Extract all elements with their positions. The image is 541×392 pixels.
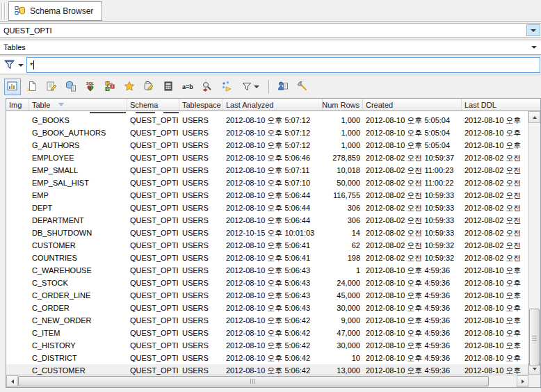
- table-row[interactable]: C_ORDER_LINEQUEST_OPTIUSERS2012-08-10 오후…: [6, 289, 528, 302]
- cell-num_rows: 30,000: [323, 339, 363, 352]
- text-caret: [33, 60, 34, 70]
- column-header-last_analyzed[interactable]: Last Analyzed: [223, 99, 323, 111]
- schema-combobox[interactable]: QUEST_OPTI: [0, 23, 541, 38]
- create-like-button[interactable]: [63, 79, 79, 95]
- vertical-scroll-track[interactable]: [528, 123, 540, 363]
- column-header-label: Tablespace: [182, 101, 221, 109]
- cell-img: [6, 264, 29, 277]
- cell-tablespace: USERS: [179, 364, 223, 375]
- cell-tablespace: USERS: [179, 327, 223, 339]
- table-row[interactable]: C_ORDERQUEST_OPTIUSERS2012-08-10 오후 5:06…: [6, 302, 528, 314]
- describe-button[interactable]: [275, 79, 291, 95]
- report-view-button[interactable]: [4, 79, 21, 95]
- privileges-button[interactable]: [121, 79, 138, 95]
- scroll-right-button[interactable]: [517, 375, 528, 387]
- chevron-down-icon: [18, 64, 24, 67]
- table-row[interactable]: EMPLOYEEQUEST_OPTIUSERS2012-08-10 오후 5:0…: [6, 152, 528, 164]
- table-row[interactable]: EMPQUEST_OPTIUSERS2012-08-10 오후 5:06:441…: [6, 189, 528, 202]
- rebuild-button[interactable]: 1 2 3: [102, 79, 118, 95]
- table-row[interactable]: C_ITEMQUEST_OPTIUSERS2012-08-10 오후 5:06:…: [6, 327, 528, 339]
- cell-created: 2012-08-02 오전 11:00:22: [363, 177, 462, 189]
- table-row[interactable]: C_HISTORYQUEST_OPTIUSERS2012-08-10 오후 5:…: [6, 339, 528, 352]
- count-rows-button[interactable]: [160, 79, 177, 95]
- cell-num_rows: 10,018: [323, 164, 363, 177]
- cell-img: [6, 164, 29, 177]
- column-header-schema[interactable]: Schema: [127, 99, 179, 111]
- cell-table: C_STOCK: [29, 277, 127, 289]
- filter-bar: *: [0, 56, 541, 74]
- cell-tablespace: USERS: [179, 139, 223, 152]
- cell-schema: QUEST_OPTI: [127, 302, 179, 314]
- show-sql-button[interactable]: SQL: [82, 79, 99, 95]
- table-row[interactable]: G_BOOKSQUEST_OPTIUSERS2012-08-10 오후 5:07…: [6, 114, 528, 126]
- cell-tablespace: USERS: [179, 164, 223, 177]
- cell-img: [6, 152, 29, 164]
- alter-button[interactable]: [43, 79, 60, 95]
- column-header-tablespace[interactable]: Tablespace: [179, 99, 223, 111]
- cell-created: 2012-08-10 오후 4:59:36: [363, 314, 462, 327]
- schema-combobox-dropdown-button[interactable]: [526, 24, 540, 36]
- object-type-combobox[interactable]: Tables: [0, 40, 541, 55]
- cell-num_rows: 1: [323, 264, 363, 277]
- cell-schema: QUEST_OPTI: [127, 227, 179, 239]
- table-row[interactable]: C_STOCKQUEST_OPTIUSERS2012-08-10 오후 5:06…: [6, 277, 528, 289]
- cell-tablespace: USERS: [179, 177, 223, 189]
- table-row[interactable]: C_WAREHOUSEQUEST_OPTIUSERS2012-08-10 오후 …: [6, 264, 528, 277]
- analyze-tools-icon: [202, 81, 213, 93]
- truncate-button[interactable]: [294, 79, 311, 95]
- toolbar-grip[interactable]: [1, 3, 6, 19]
- vertical-scrollbar[interactable]: [528, 111, 540, 375]
- table-row[interactable]: DEPARTMENTQUEST_OPTIUSERS2012-08-10 오후 5…: [6, 214, 528, 227]
- table-row[interactable]: G_AUTHORSQUEST_OPTIUSERS2012-08-10 오후 5:…: [6, 139, 528, 152]
- cell-last_ddl: 2012-08-10 오후: [462, 277, 528, 289]
- table-row[interactable]: EMP_SMALLQUEST_OPTIUSERS2012-08-10 오후 5:…: [6, 164, 528, 177]
- cell-num_rows: 306: [323, 214, 363, 227]
- create-new-button[interactable]: [24, 79, 40, 95]
- table-row[interactable]: C_NEW_ORDERQUEST_OPTIUSERS2012-08-10 오후 …: [6, 314, 528, 327]
- column-header-last_ddl[interactable]: Last DDL: [462, 99, 540, 111]
- table-row[interactable]: EMP_SAL_HISTQUEST_OPTIUSERS2012-08-10 오후…: [6, 177, 528, 189]
- tab-bar: Schema Browser: [0, 0, 541, 22]
- cell-last_analyzed: 2012-08-10 오후 5:07:12: [223, 114, 323, 126]
- compare-icon: a=b: [182, 83, 193, 90]
- table-row[interactable]: CUSTOMERQUEST_OPTIUSERS2012-08-10 오후 5:0…: [6, 239, 528, 252]
- schema-browser-icon: [15, 5, 26, 17]
- column-header-num_rows[interactable]: Num Rows: [323, 99, 363, 111]
- table-row[interactable]: C_DISTRICTQUEST_OPTIUSERS2012-08-10 오후 5…: [6, 352, 528, 364]
- scrollbar-corner: [528, 375, 540, 387]
- horizontal-scrollbar[interactable]: [6, 375, 528, 387]
- cell-tablespace: USERS: [179, 202, 223, 214]
- filter-menu-button[interactable]: [0, 56, 26, 74]
- filter-button[interactable]: [238, 79, 263, 95]
- vertical-scroll-thumb[interactable]: [529, 309, 540, 366]
- cell-table: G_AUTHORS: [29, 139, 127, 152]
- cell-num_rows: 198: [323, 252, 363, 264]
- cell-last_ddl: 2012-08-10 오후: [462, 114, 528, 126]
- analyze-button[interactable]: [199, 79, 216, 95]
- table-row[interactable]: COUNTRIESQUEST_OPTIUSERS2012-08-10 오후 5:…: [6, 252, 528, 264]
- object-type-dropdown-button[interactable]: [528, 41, 540, 54]
- compare-button[interactable]: a=b: [179, 79, 196, 95]
- table-row[interactable]: DB_SHUTDOWNQUEST_OPTIUSERS2012-10-15 오후 …: [6, 227, 528, 239]
- filter-input[interactable]: *: [26, 57, 540, 73]
- scroll-left-button[interactable]: [6, 375, 18, 387]
- sort-desc-icon: [58, 103, 64, 106]
- column-header-table[interactable]: Table: [29, 99, 127, 111]
- table-row[interactable]: DEPTQUEST_OPTIUSERS2012-08-10 오후 5:06:44…: [6, 202, 528, 214]
- column-header-img[interactable]: Img: [6, 99, 29, 111]
- cell-created: 2012-08-10 오후 5:05:04: [363, 126, 462, 139]
- rename-button[interactable]: [140, 79, 157, 95]
- tab-schema-browser[interactable]: Schema Browser: [8, 1, 102, 21]
- cell-tablespace: USERS: [179, 227, 223, 239]
- horizontal-scroll-track[interactable]: [18, 375, 517, 387]
- horizontal-scroll-thumb[interactable]: [18, 376, 489, 386]
- table-row[interactable]: G_BOOK_AUTHORSQUEST_OPTIUSERS2012-08-10 …: [6, 126, 528, 139]
- cell-last_analyzed: 2012-08-10 오후 5:06:44: [223, 214, 323, 227]
- scroll-up-button[interactable]: [528, 111, 540, 123]
- clipped-row: [6, 111, 528, 114]
- column-header-created[interactable]: Created: [363, 99, 462, 111]
- cell-table: EMP: [29, 189, 127, 202]
- plot-data-button[interactable]: [218, 79, 235, 95]
- cell-schema: QUEST_OPTI: [127, 152, 179, 164]
- table-row[interactable]: C_CUSTOMERQUEST_OPTIUSERS2012-08-10 오후 5…: [6, 364, 528, 375]
